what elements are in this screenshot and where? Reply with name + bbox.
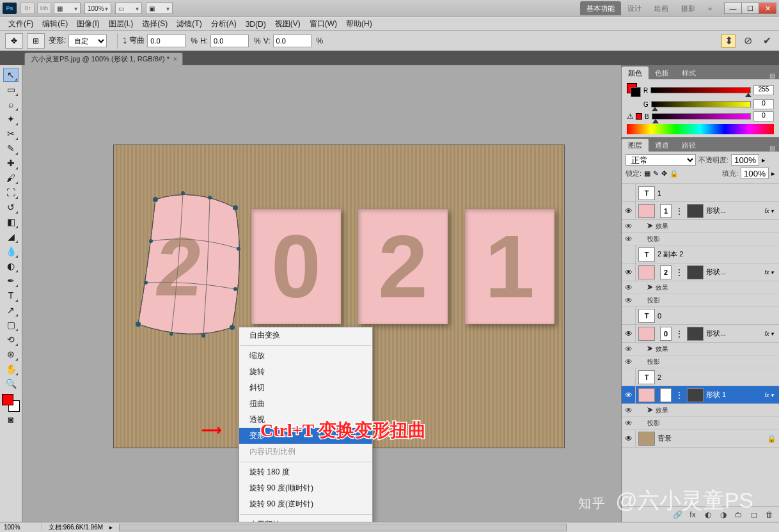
layer-name[interactable]: 形状... xyxy=(706,267,764,277)
cm-rotate-180[interactable]: 旋转 180 度 xyxy=(239,464,372,480)
lock-all-icon[interactable]: 🔒 xyxy=(670,169,679,178)
color-swatch-pair[interactable] xyxy=(627,83,641,97)
menu-view[interactable]: 视图(V) xyxy=(271,19,305,29)
close-tab-icon[interactable]: × xyxy=(173,56,177,63)
pen-tool[interactable]: ✒ xyxy=(3,274,19,288)
layer-name[interactable]: 2 副本 2 xyxy=(657,249,776,259)
visibility-toggle[interactable]: 👁 xyxy=(622,220,636,233)
screen-mode-dropdown[interactable]: ▣ xyxy=(146,3,173,14)
visibility-toggle[interactable]: 👁 xyxy=(622,281,636,294)
layer-name[interactable]: 2 xyxy=(657,373,776,381)
cm-free-transform[interactable]: 自由变换 xyxy=(239,327,372,343)
cancel-transform-button[interactable]: ⊘ xyxy=(741,34,755,48)
menu-edit[interactable]: 编辑(E) xyxy=(38,19,72,29)
layer-name[interactable]: 背景 xyxy=(657,434,767,443)
fill-input[interactable] xyxy=(741,168,769,179)
color-spectrum[interactable] xyxy=(627,124,774,134)
blend-mode-select[interactable]: 正常 xyxy=(626,154,696,166)
status-flyout-icon[interactable]: ▸ xyxy=(109,524,113,531)
layer-row[interactable]: 👁2⋮形状...fx ▾ xyxy=(622,263,779,281)
arrange-dropdown[interactable]: ▭ xyxy=(115,3,142,14)
lock-pixels-icon[interactable]: ✎ xyxy=(653,169,659,178)
menu-layer[interactable]: 图层(L) xyxy=(104,19,138,29)
status-zoom[interactable]: 100% xyxy=(4,524,42,531)
document-tab[interactable]: 六小灵童PS.jpg @ 100% (形状 1, RGB/8#) * × xyxy=(24,52,183,65)
workspace-design[interactable]: 设计 xyxy=(621,1,648,15)
g-slider[interactable] xyxy=(651,101,751,107)
layer-row[interactable]: T0 xyxy=(622,307,779,325)
layer-row[interactable]: T2 副本 2 xyxy=(622,246,779,263)
3d-tool[interactable]: ⟲ xyxy=(3,332,19,347)
layer-row[interactable]: 👁0⋮形状...fx ▾ xyxy=(622,325,779,343)
b-slider[interactable] xyxy=(652,113,751,120)
fx-badge[interactable]: fx ▾ xyxy=(764,269,774,276)
visibility-toggle[interactable]: 👁 xyxy=(622,417,636,430)
warp-grid-icon[interactable]: ⊞ xyxy=(27,33,45,49)
magic-wand-tool[interactable]: ✦ xyxy=(3,112,19,126)
menu-window[interactable]: 窗口(W) xyxy=(305,19,342,29)
tab-layers[interactable]: 图层 xyxy=(622,139,649,152)
workspace-paint[interactable]: 绘画 xyxy=(648,1,675,15)
cm-distort[interactable]: 扭曲 xyxy=(239,396,372,412)
visibility-toggle[interactable]: 👁 xyxy=(622,356,636,368)
visibility-toggle[interactable]: 👁 xyxy=(622,294,636,307)
tab-styles[interactable]: 样式 xyxy=(675,66,702,79)
color-swatches[interactable] xyxy=(2,394,20,412)
visibility-toggle[interactable]: 👁 xyxy=(622,386,636,404)
fx-drop-shadow[interactable]: 👁投影 xyxy=(622,417,779,430)
layer-name[interactable]: 形状... xyxy=(706,206,764,215)
fx-header[interactable]: 👁⮞ 效果 xyxy=(622,404,779,417)
menu-filter[interactable]: 滤镜(T) xyxy=(172,19,206,29)
path-select-tool[interactable]: ↗ xyxy=(3,303,19,317)
marquee-tool[interactable]: ▭ xyxy=(3,82,19,97)
menu-select[interactable]: 选择(S) xyxy=(138,19,172,29)
layer-row[interactable]: 👁背景🔒 xyxy=(622,430,779,448)
visibility-toggle[interactable]: 👁 xyxy=(622,343,636,356)
shape-tool[interactable]: ▢ xyxy=(3,318,19,332)
r-value[interactable]: 255 xyxy=(753,85,774,95)
h-input[interactable] xyxy=(210,35,249,47)
menu-3d[interactable]: 3D(D) xyxy=(241,20,271,29)
brush-tool[interactable]: 🖌 xyxy=(3,171,19,185)
visibility-toggle[interactable]: 👁 xyxy=(622,202,636,220)
gradient-tool[interactable]: ◢ xyxy=(3,230,19,244)
menu-analysis[interactable]: 分析(A) xyxy=(207,19,241,29)
delete-layer-icon[interactable]: 🗑 xyxy=(764,509,775,520)
cm-scale[interactable]: 缩放 xyxy=(239,348,372,364)
cm-rotate-90ccw[interactable]: 旋转 90 度(逆时针) xyxy=(239,496,372,512)
eraser-tool[interactable]: ◧ xyxy=(3,215,19,229)
blur-tool[interactable]: 💧 xyxy=(3,244,19,258)
g-value[interactable]: 0 xyxy=(753,99,774,109)
layer-name[interactable]: 形状 1 xyxy=(706,390,764,400)
menu-image[interactable]: 图像(I) xyxy=(72,19,104,29)
quick-mask-toggle[interactable]: ◙ xyxy=(3,412,19,426)
cm-flip-h[interactable]: 水平翻转 xyxy=(239,517,372,522)
visibility-toggle[interactable]: 👁 xyxy=(622,325,636,343)
lock-position-icon[interactable]: ✥ xyxy=(661,169,667,178)
visibility-toggle[interactable] xyxy=(622,184,636,202)
visibility-toggle[interactable] xyxy=(622,368,636,386)
bend-input[interactable] xyxy=(147,35,185,47)
r-slider[interactable] xyxy=(650,87,751,93)
fx-badge[interactable]: fx ▾ xyxy=(764,208,774,214)
layer-row[interactable]: 👁1⋮形状...fx ▾ xyxy=(622,202,779,220)
toggle-warp-button[interactable]: ⬍ xyxy=(721,34,736,48)
fx-drop-shadow[interactable]: 👁投影 xyxy=(622,356,779,368)
panel-menu-icon[interactable]: ▤ xyxy=(766,72,779,79)
fx-header[interactable]: 👁⮞ 效果 xyxy=(622,220,779,233)
cm-rotate-90cw[interactable]: 旋转 90 度(顺时针) xyxy=(239,480,372,496)
layer-name[interactable]: 1 xyxy=(657,189,776,197)
layer-row[interactable]: T2 xyxy=(622,368,779,386)
visibility-toggle[interactable] xyxy=(622,246,636,263)
layer-name[interactable]: 0 xyxy=(657,312,776,320)
v-input[interactable] xyxy=(273,35,311,47)
horizontal-scrollbar[interactable] xyxy=(119,524,567,531)
bridge-button[interactable]: Br xyxy=(20,3,35,14)
layer-name[interactable]: 形状... xyxy=(706,329,764,338)
zoom-tool[interactable]: 🔍 xyxy=(3,377,19,391)
fx-header[interactable]: 👁⮞ 效果 xyxy=(622,343,779,356)
visibility-toggle[interactable]: 👁 xyxy=(622,233,636,246)
minibridge-button[interactable]: Mb xyxy=(37,3,51,14)
dodge-tool[interactable]: ◐ xyxy=(3,259,19,273)
layer-row[interactable]: 👁2⋮形状 1fx ▾ xyxy=(622,386,779,404)
